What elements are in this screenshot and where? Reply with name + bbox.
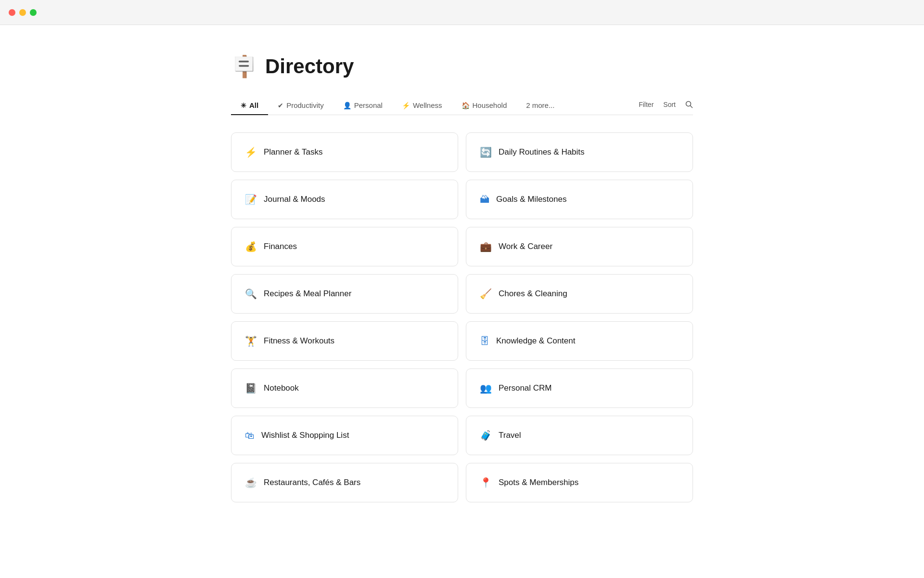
wishlist-icon: 🛍 <box>245 430 255 441</box>
chores-icon: 🧹 <box>480 288 492 300</box>
chores-label: Chores & Cleaning <box>499 289 567 299</box>
tab-wellness[interactable]: ⚡ Wellness <box>392 96 452 115</box>
card-personal-crm[interactable]: 👥 Personal CRM <box>466 368 693 408</box>
work-career-label: Work & Career <box>499 242 552 251</box>
titlebar <box>0 0 924 25</box>
restaurants-icon: ☕ <box>245 477 257 488</box>
spots-label: Spots & Memberships <box>499 478 578 487</box>
personal-crm-label: Personal CRM <box>499 383 552 393</box>
card-work-career[interactable]: 💼 Work & Career <box>466 227 693 266</box>
recipes-icon: 🔍 <box>245 288 257 300</box>
card-spots-memberships[interactable]: 📍 Spots & Memberships <box>466 463 693 502</box>
card-knowledge-content[interactable]: 🗄 Knowledge & Content <box>466 321 693 361</box>
card-recipes-meal-planner[interactable]: 🔍 Recipes & Meal Planner <box>231 274 458 314</box>
recipes-label: Recipes & Meal Planner <box>264 289 351 299</box>
tab-actions: Filter Sort <box>639 101 693 110</box>
tab-household-label: Household <box>473 101 507 109</box>
productivity-icon: ✔ <box>278 102 283 109</box>
finances-icon: 💰 <box>245 241 257 252</box>
page-body: 🪧 Directory ✳ All ✔ Productivity 👤 Perso… <box>192 25 732 531</box>
daily-routines-icon: 🔄 <box>480 146 492 158</box>
tab-personal[interactable]: 👤 Personal <box>334 96 392 115</box>
card-travel[interactable]: 🧳 Travel <box>466 416 693 455</box>
wishlist-label: Wishlist & Shopping List <box>261 431 349 440</box>
tab-more[interactable]: 2 more... <box>516 96 564 115</box>
personal-icon: 👤 <box>343 102 351 109</box>
notebook-icon: 📓 <box>245 382 257 394</box>
tab-bar: ✳ All ✔ Productivity 👤 Personal ⚡ Wellne… <box>231 96 693 115</box>
filter-button[interactable]: Filter <box>639 101 654 108</box>
card-fitness-workouts[interactable]: 🏋 Fitness & Workouts <box>231 321 458 361</box>
card-daily-routines-habits[interactable]: 🔄 Daily Routines & Habits <box>466 132 693 172</box>
work-career-icon: 💼 <box>480 241 492 252</box>
cards-grid: ⚡ Planner & Tasks 🔄 Daily Routines & Hab… <box>231 132 693 502</box>
restaurants-label: Restaurants, Cafés & Bars <box>264 478 360 487</box>
search-icon <box>685 101 693 108</box>
spots-icon: 📍 <box>480 477 492 488</box>
daily-routines-label: Daily Routines & Habits <box>499 147 585 157</box>
journal-moods-icon: 📝 <box>245 194 257 205</box>
planner-tasks-icon: ⚡ <box>245 146 257 158</box>
fitness-icon: 🏋 <box>245 335 257 347</box>
card-chores-cleaning[interactable]: 🧹 Chores & Cleaning <box>466 274 693 314</box>
card-finances[interactable]: 💰 Finances <box>231 227 458 266</box>
knowledge-icon: 🗄 <box>480 336 489 347</box>
personal-crm-icon: 👥 <box>480 382 492 394</box>
notebook-label: Notebook <box>264 383 299 393</box>
svg-line-1 <box>691 106 693 108</box>
search-button[interactable] <box>685 101 693 108</box>
tab-wellness-label: Wellness <box>413 101 442 109</box>
tab-all[interactable]: ✳ All <box>231 96 268 115</box>
tab-productivity-label: Productivity <box>286 101 324 109</box>
card-goals-milestones[interactable]: 🏔 Goals & Milestones <box>466 180 693 219</box>
knowledge-label: Knowledge & Content <box>496 336 575 346</box>
goals-milestones-icon: 🏔 <box>480 194 489 205</box>
page-title: Directory <box>265 55 354 78</box>
tab-list: ✳ All ✔ Productivity 👤 Personal ⚡ Wellne… <box>231 96 639 115</box>
card-notebook[interactable]: 📓 Notebook <box>231 368 458 408</box>
finances-label: Finances <box>264 242 297 251</box>
card-planner-tasks[interactable]: ⚡ Planner & Tasks <box>231 132 458 172</box>
minimize-button[interactable] <box>19 9 26 16</box>
tab-all-label: All <box>249 101 258 109</box>
directory-icon: 🪧 <box>231 54 257 79</box>
journal-moods-label: Journal & Moods <box>264 195 325 204</box>
card-restaurants-cafes-bars[interactable]: ☕ Restaurants, Cafés & Bars <box>231 463 458 502</box>
all-icon: ✳ <box>241 102 246 109</box>
wellness-icon: ⚡ <box>402 102 410 109</box>
travel-label: Travel <box>499 431 521 440</box>
goals-milestones-label: Goals & Milestones <box>496 195 566 204</box>
tab-household[interactable]: 🏠 Household <box>452 96 517 115</box>
card-wishlist-shopping[interactable]: 🛍 Wishlist & Shopping List <box>231 416 458 455</box>
page-title-row: 🪧 Directory <box>231 54 693 79</box>
maximize-button[interactable] <box>30 9 37 16</box>
tab-productivity[interactable]: ✔ Productivity <box>268 96 334 115</box>
tab-personal-label: Personal <box>354 101 383 109</box>
sort-button[interactable]: Sort <box>663 101 676 108</box>
fitness-label: Fitness & Workouts <box>264 336 334 346</box>
household-icon: 🏠 <box>462 102 470 109</box>
close-button[interactable] <box>9 9 15 16</box>
travel-icon: 🧳 <box>480 430 492 441</box>
tab-more-label: 2 more... <box>526 101 554 109</box>
planner-tasks-label: Planner & Tasks <box>264 147 323 157</box>
card-journal-moods[interactable]: 📝 Journal & Moods <box>231 180 458 219</box>
